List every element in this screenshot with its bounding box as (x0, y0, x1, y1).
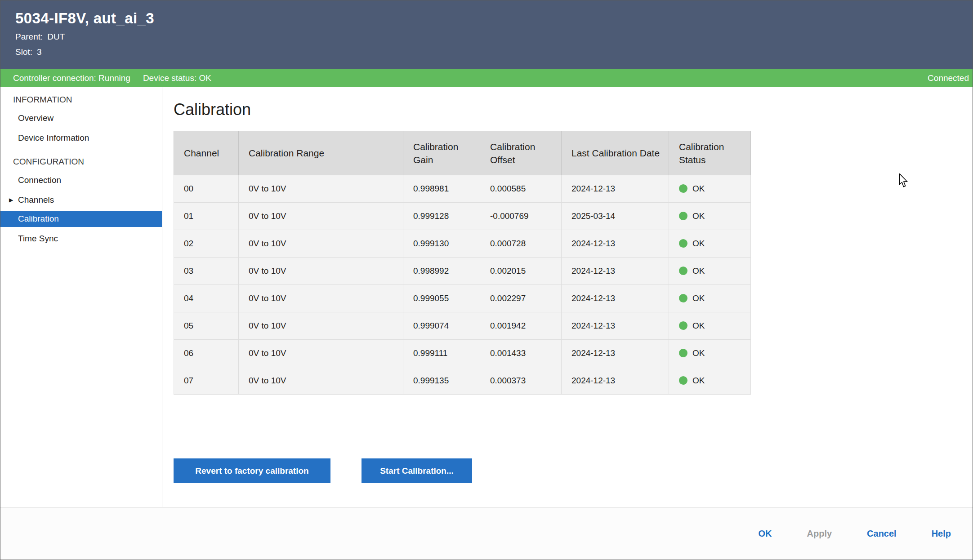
status-label: OK (692, 321, 705, 330)
cell-status: OK (669, 175, 751, 203)
cell-range: 0V to 10V (239, 230, 403, 258)
table-row: 070V to 10V0.9991350.0003732024-12-13OK (174, 367, 751, 395)
device-status: Device status: OK (143, 73, 211, 83)
cell-channel: 03 (174, 258, 239, 285)
cell-range: 0V to 10V (239, 175, 403, 203)
cell-range: 0V to 10V (239, 258, 403, 285)
cell-status: OK (669, 258, 751, 285)
parent-label: Parent: (15, 32, 43, 41)
cell-gain: 0.999135 (403, 367, 480, 395)
ok-button[interactable]: OK (759, 529, 772, 539)
column-header-calibration-status: Calibration Status (669, 131, 751, 175)
cancel-button[interactable]: Cancel (867, 529, 897, 539)
cell-channel: 01 (174, 203, 239, 230)
column-header-channel: Channel (174, 131, 239, 175)
start-calibration-button[interactable]: Start Calibration... (362, 458, 472, 483)
revert-factory-calibration-button[interactable]: Revert to factory calibration (174, 458, 330, 483)
column-header-calibration-offset: Calibration Offset (480, 131, 562, 175)
status-ok-icon (679, 321, 687, 330)
cell-range: 0V to 10V (239, 367, 403, 395)
sidebar-item-label: Calibration (18, 214, 59, 223)
calibration-table-header-row: ChannelCalibration RangeCalibration Gain… (174, 131, 751, 175)
calibration-table: ChannelCalibration RangeCalibration Gain… (174, 131, 751, 395)
apply-button[interactable]: Apply (807, 529, 832, 539)
cell-date: 2024-12-13 (562, 230, 669, 258)
sidebar-item-calibration[interactable]: Calibration (0, 211, 162, 227)
slot-label: Slot: (15, 47, 32, 57)
cell-gain: 0.999128 (403, 203, 480, 230)
cell-gain: 0.999111 (403, 340, 480, 367)
table-row: 020V to 10V0.9991300.0007282024-12-13OK (174, 230, 751, 258)
cell-range: 0V to 10V (239, 203, 403, 230)
cell-offset: 0.002015 (480, 258, 562, 285)
cell-offset: 0.000585 (480, 175, 562, 203)
status-label: OK (692, 376, 705, 385)
status-label: OK (692, 211, 705, 221)
status-ok-icon (679, 184, 687, 193)
sidebar-item-label: Channels (18, 195, 54, 204)
sidebar-item-device-information[interactable]: Device Information (0, 129, 162, 147)
help-button[interactable]: Help (932, 529, 951, 539)
status-label: OK (692, 293, 705, 303)
calibration-table-body: 000V to 10V0.9989810.0005852024-12-13OK0… (174, 175, 751, 395)
status-label: OK (692, 348, 705, 358)
cell-range: 0V to 10V (239, 312, 403, 340)
controller-connection-status: Controller connection: Running (13, 73, 130, 83)
table-row: 060V to 10V0.9991110.0014332024-12-13OK (174, 340, 751, 367)
cell-offset: 0.001433 (480, 340, 562, 367)
status-ok-icon (679, 376, 687, 385)
table-row: 040V to 10V0.9990550.0022972024-12-13OK (174, 285, 751, 312)
cell-channel: 05 (174, 312, 239, 340)
table-row: 000V to 10V0.9989810.0005852024-12-13OK (174, 175, 751, 203)
status-ok-icon (679, 212, 687, 220)
parent-value: DUT (47, 32, 65, 41)
sidebar-item-channels[interactable]: ▶Channels (0, 191, 162, 209)
sidebar-item-overview[interactable]: Overview (0, 109, 162, 127)
device-slot: Slot:3 (15, 47, 973, 57)
status-ok-icon (679, 294, 687, 302)
cell-date: 2024-12-13 (562, 175, 669, 203)
cell-status: OK (669, 230, 751, 258)
status-label: OK (692, 239, 705, 248)
column-header-calibration-gain: Calibration Gain (403, 131, 480, 175)
device-header: 5034-IF8V, aut_ai_3 Parent:DUT Slot:3 (0, 0, 973, 69)
cell-offset: 0.001942 (480, 312, 562, 340)
cell-offset: -0.000769 (480, 203, 562, 230)
cell-date: 2025-03-14 (562, 203, 669, 230)
cell-offset: 0.002297 (480, 285, 562, 312)
cell-channel: 02 (174, 230, 239, 258)
sidebar-section-configuration: CONFIGURATION (0, 151, 162, 171)
page-title: Calibration (174, 100, 973, 119)
cell-status: OK (669, 340, 751, 367)
device-parent: Parent:DUT (15, 32, 973, 42)
cell-status: OK (669, 367, 751, 395)
expand-chevron-icon[interactable]: ▶ (9, 191, 13, 209)
sidebar-item-label: Overview (18, 113, 54, 123)
cell-channel: 04 (174, 285, 239, 312)
cell-range: 0V to 10V (239, 285, 403, 312)
calibration-actions: Revert to factory calibration Start Cali… (174, 458, 973, 483)
status-label: OK (692, 184, 705, 193)
cell-offset: 0.000728 (480, 230, 562, 258)
status-bar: Controller connection: Running Device st… (0, 69, 973, 87)
cell-channel: 00 (174, 175, 239, 203)
device-title: 5034-IF8V, aut_ai_3 (15, 9, 973, 27)
footer-actions: OKApplyCancelHelp (0, 507, 973, 560)
column-header-last-calibration-date: Last Calibration Date (562, 131, 669, 175)
sidebar-item-label: Device Information (18, 133, 89, 142)
cell-date: 2024-12-13 (562, 258, 669, 285)
cell-status: OK (669, 203, 751, 230)
sidebar-nav: INFORMATIONOverviewDevice InformationCON… (0, 87, 162, 507)
sidebar-section-information: INFORMATION (0, 89, 162, 109)
column-header-calibration-range: Calibration Range (239, 131, 403, 175)
cell-gain: 0.999055 (403, 285, 480, 312)
slot-value: 3 (37, 47, 42, 57)
table-row: 010V to 10V0.999128-0.0007692025-03-14OK (174, 203, 751, 230)
main-content: Calibration ChannelCalibration RangeCali… (163, 87, 973, 507)
sidebar-item-connection[interactable]: Connection (0, 171, 162, 189)
sidebar-item-time-sync[interactable]: Time Sync (0, 230, 162, 248)
connection-state: Connected (928, 73, 969, 83)
cell-gain: 0.999074 (403, 312, 480, 340)
cell-offset: 0.000373 (480, 367, 562, 395)
status-label: OK (692, 266, 705, 276)
